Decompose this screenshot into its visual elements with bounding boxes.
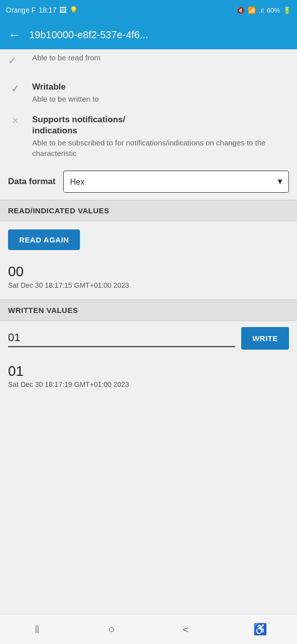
write-section-header: WRITTEN VALUES [0, 300, 297, 321]
content-area: ✓ Able to be read from ✓ Writable Able t… [0, 49, 297, 434]
back-button[interactable]: ← [8, 28, 21, 41]
read-section-header: READ/INDICATED VALUES [0, 200, 297, 221]
data-format-select-wrapper[interactable]: Hex UTF-8 Decimal Binary ▼ [63, 171, 289, 193]
recent-apps-icon: ⫴ [35, 623, 40, 636]
battery-icon: 🔋 [283, 7, 291, 14]
data-format-label: Data format [8, 177, 55, 187]
writable-name: Writable [32, 82, 289, 93]
writable-check-icon: ✓ [8, 82, 22, 95]
notifications-property-item: ✕ Supports notifications/indications Abl… [8, 109, 289, 164]
nav-bar: ⫴ ○ ＜ ♿ [0, 614, 297, 644]
read-value-block: 00 Sat Dec 30 18:17:15 GMT+01:00 2023 [0, 258, 297, 299]
status-bar: Orange F 18:17 🖼 💡 🔇 📶 .ıl 60% 🔋 [0, 0, 297, 20]
wifi-icon: 📶 [248, 7, 256, 14]
read-again-button[interactable]: READ AGAIN [8, 229, 80, 250]
back-nav-icon: ＜ [180, 622, 191, 637]
status-left: Orange F 18:17 🖼 💡 [6, 6, 78, 14]
read-again-container: READ AGAIN [0, 221, 297, 258]
nav-back-button[interactable]: ＜ [149, 614, 223, 644]
write-input-row: WRITE [0, 321, 297, 358]
bottom-spacer [0, 398, 297, 434]
properties-section: ✓ Writable Able to be written to ✕ Suppo… [0, 70, 297, 164]
home-icon: ○ [108, 623, 115, 636]
accessibility-icon: ♿ [253, 623, 267, 636]
writable-text: Writable Able to be written to [32, 82, 289, 104]
status-right: 🔇 📶 .ıl 60% 🔋 [237, 7, 291, 14]
readable-property-item: ✓ Able to be read from [0, 49, 297, 70]
notifications-desc: Able to be subscribed to for notificatio… [32, 137, 289, 158]
gallery-icon: 🖼 [59, 6, 66, 14]
writable-property-item: ✓ Writable Able to be written to [8, 76, 289, 109]
top-bar: ← 19b10000-e8f2-537e-4f6... [0, 20, 297, 49]
time-label: 18:17 [39, 6, 56, 14]
notifications-name: Supports notifications/indications [32, 114, 289, 136]
nav-accessibility-button[interactable]: ♿ [223, 614, 297, 644]
alert-icon: 💡 [69, 6, 78, 14]
read-timestamp: Sat Dec 30 18:17:15 GMT+01:00 2023 [8, 281, 289, 289]
data-format-row: Data format Hex UTF-8 Decimal Binary ▼ [0, 164, 297, 200]
readable-desc: Able to be read from [32, 53, 101, 62]
written-value-block: 01 Sat Dec 30 18:17:19 GMT+01:00 2023 [0, 358, 297, 399]
writable-desc: Able to be written to [32, 94, 289, 104]
page-title: 19b10000-e8f2-537e-4f6... [29, 29, 148, 41]
write-input[interactable] [8, 329, 235, 347]
read-value: 00 [8, 263, 289, 280]
written-timestamp: Sat Dec 30 18:17:19 GMT+01:00 2023 [8, 380, 289, 388]
battery-label: 60% [267, 7, 280, 14]
carrier-label: Orange F [6, 6, 36, 14]
write-section: WRITTEN VALUES WRITE 01 Sat Dec 30 18:17… [0, 300, 297, 399]
write-button[interactable]: WRITE [241, 327, 289, 350]
written-value: 01 [8, 363, 289, 380]
notifications-cross-icon: ✕ [8, 114, 22, 126]
readable-check-icon: ✓ [8, 53, 22, 66]
signal-icon: .ıl [259, 7, 264, 14]
data-format-select[interactable]: Hex UTF-8 Decimal Binary [63, 171, 289, 193]
nav-home-button[interactable]: ○ [74, 614, 149, 644]
nav-recent-button[interactable]: ⫴ [0, 614, 74, 644]
notifications-text: Supports notifications/indications Able … [32, 114, 289, 158]
mute-icon: 🔇 [237, 7, 245, 14]
